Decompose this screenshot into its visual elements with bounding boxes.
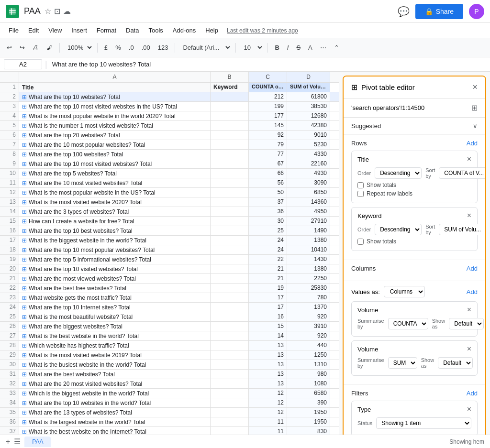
menu-format[interactable]: Format [92, 25, 121, 36]
cell-b24[interactable] [211, 303, 249, 312]
cell-a7[interactable]: ⊞What are the 10 most popular websites? … [19, 140, 211, 149]
cell-d27[interactable]: 920 [287, 331, 330, 340]
cell-c6[interactable]: 92 [249, 131, 287, 140]
expand-icon[interactable]: ⊞ [22, 400, 27, 406]
cell-b10[interactable] [211, 169, 249, 178]
expand-icon[interactable]: ⊞ [22, 361, 27, 368]
cell-b11[interactable] [211, 178, 249, 187]
cell-a13[interactable]: ⊞What is the most visited website 2020? … [19, 197, 211, 207]
cell-b16[interactable] [211, 226, 249, 235]
table-row[interactable]: 31 ⊞What are the best websites? Total 13… [0, 370, 339, 379]
cell-c25[interactable]: 16 [249, 312, 287, 321]
table-row[interactable]: 26 ⊞What are the biggest websites? Total… [0, 322, 339, 331]
expand-icon[interactable]: ⊞ [22, 314, 27, 320]
share-button[interactable]: 🔒 Share [415, 4, 463, 19]
cell-b22[interactable] [211, 284, 249, 293]
cell-c19[interactable]: 22 [249, 255, 287, 264]
cell-b26[interactable] [211, 322, 249, 331]
table-row[interactable]: 17 ⊞What is the biggest website in the w… [0, 236, 339, 245]
expand-icon[interactable]: ⊞ [22, 161, 27, 167]
cell-a35[interactable]: ⊞What are the 13 types of websites? Tota… [19, 408, 211, 417]
cell-c34[interactable]: 12 [249, 398, 287, 407]
font-size-select[interactable]: 10 [240, 43, 264, 53]
table-row[interactable]: 15 ⊞How can I create a website for free?… [0, 217, 339, 226]
keyword-sort-select[interactable]: SUM of Volu... [439, 224, 486, 235]
sum-summarise-by-select[interactable]: SUM [388, 357, 417, 369]
table-row[interactable]: 23 ⊞What website gets the most traffic? … [0, 293, 339, 303]
star-icon[interactable]: ☆ [45, 7, 51, 16]
table-row[interactable]: 32 ⊞What are the 20 most visited website… [0, 379, 339, 389]
cell-a6[interactable]: ⊞What are the top 20 websites? Total [19, 131, 211, 140]
summarise-by-select[interactable]: COUNTA [388, 318, 428, 329]
collapse-button[interactable]: ⌃ [331, 42, 342, 53]
cell-d18[interactable]: 10410 [287, 245, 330, 254]
table-row[interactable]: 10 ⊞What are the top 5 websites? Total 6… [0, 169, 339, 178]
currency-button[interactable]: £ [101, 42, 111, 53]
table-row[interactable]: 14 ⊞What are the 3 types of websites? To… [0, 207, 339, 217]
table-row[interactable]: 11 ⊞What are the 10 most visited website… [0, 178, 339, 188]
expand-icon[interactable]: ⊞ [22, 142, 27, 148]
font-select[interactable]: Default (Ari... [179, 43, 232, 53]
cell-d26[interactable]: 3910 [287, 322, 330, 331]
cell-a34[interactable]: ⊞What are the top 10 websites in the wor… [19, 398, 211, 407]
col-header-a[interactable]: A [19, 72, 211, 82]
decimal2-button[interactable]: .00 [139, 42, 153, 53]
menu-help[interactable]: Help [200, 25, 223, 36]
title-field-remove[interactable]: × [467, 155, 471, 164]
expand-icon[interactable]: ⊞ [22, 342, 27, 349]
print-button[interactable]: 🖨 [30, 42, 42, 53]
cell-c20[interactable]: 21 [249, 264, 287, 273]
cell-d34[interactable]: 390 [287, 398, 330, 407]
columns-add-button[interactable]: Add [467, 265, 478, 272]
cell-d1[interactable]: SUM of Volume [287, 83, 330, 92]
redo-button[interactable]: ↪ [17, 42, 28, 53]
cell-d21[interactable]: 2250 [287, 274, 330, 283]
cell-d22[interactable]: 25830 [287, 284, 330, 293]
cell-b3[interactable] [211, 102, 249, 111]
cell-d12[interactable]: 6850 [287, 188, 330, 197]
expand-icon[interactable]: ⊞ [22, 419, 27, 426]
cell-d35[interactable]: 1950 [287, 408, 330, 417]
col-header-d[interactable]: D [287, 72, 330, 82]
menu-view[interactable]: View [44, 25, 67, 36]
cell-b12[interactable] [211, 188, 249, 197]
cell-a3[interactable]: ⊞What are the top 10 most visited websit… [19, 102, 211, 111]
cell-a15[interactable]: ⊞How can I create a website for free? To… [19, 217, 211, 226]
table-row[interactable]: 5 ⊞What is the number 1 most visited web… [0, 121, 339, 131]
cell-d13[interactable]: 14360 [287, 197, 330, 207]
add-sheet-button[interactable]: + [6, 437, 10, 446]
cell-c12[interactable]: 50 [249, 188, 287, 197]
formula-input[interactable] [50, 60, 486, 69]
cell-b33[interactable] [211, 389, 249, 398]
table-row[interactable]: 13 ⊞What is the most visited website 202… [0, 197, 339, 207]
values-add-button[interactable]: Add [467, 288, 478, 295]
cell-d14[interactable]: 4950 [287, 207, 330, 216]
expand-icon[interactable]: ⊞ [22, 266, 27, 273]
cell-d19[interactable]: 1430 [287, 255, 330, 264]
cell-a12[interactable]: ⊞What is the most popular website in the… [19, 188, 211, 197]
strikethrough-button[interactable]: S [293, 42, 303, 53]
sheet-tab-paa[interactable]: PAA [24, 437, 51, 447]
cell-a22[interactable]: ⊞What are the best free websites? Total [19, 284, 211, 293]
cell-d30[interactable]: 1310 [287, 360, 330, 369]
volume-counta-remove[interactable]: × [467, 306, 471, 314]
cell-b21[interactable] [211, 274, 249, 283]
menu-tools[interactable]: Tools [144, 25, 167, 36]
title-order-select[interactable]: Descending [375, 167, 422, 179]
cell-a8[interactable]: ⊞What are the top 100 websites? Total [19, 150, 211, 159]
pivot-close-button[interactable]: × [472, 82, 478, 92]
expand-icon[interactable]: ⊞ [22, 409, 27, 416]
cell-d33[interactable]: 6580 [287, 389, 330, 398]
expand-icon[interactable]: ⊞ [22, 199, 27, 206]
cell-c22[interactable]: 19 [249, 284, 287, 293]
table-row[interactable]: 28 ⊞Which website has highest traffic? T… [0, 341, 339, 350]
expand-icon[interactable]: ⊞ [22, 275, 27, 282]
cell-d10[interactable]: 4930 [287, 169, 330, 178]
keyword-order-select[interactable]: Descending [375, 224, 422, 235]
cell-d6[interactable]: 9010 [287, 131, 330, 140]
table-row[interactable]: 6 ⊞What are the top 20 websites? Total 9… [0, 131, 339, 140]
rows-add-button[interactable]: Add [467, 140, 478, 147]
table-row[interactable]: 36 ⊞What is the largest website in the w… [0, 417, 339, 427]
expand-icon[interactable]: ⊞ [22, 189, 27, 196]
table-row[interactable]: 24 ⊞What are the top 10 Internet sites? … [0, 303, 339, 312]
